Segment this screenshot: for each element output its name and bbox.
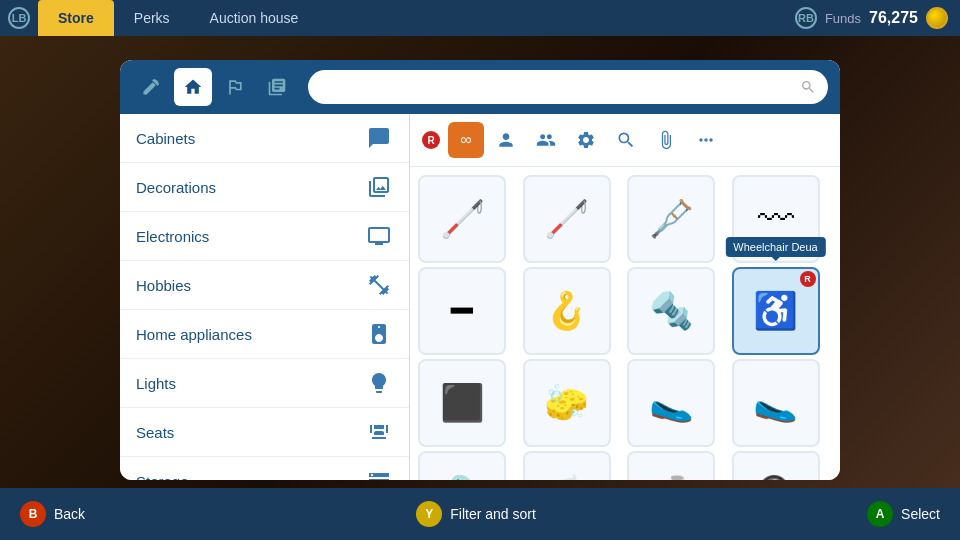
- grid-item-ramp[interactable]: ⬛: [418, 359, 506, 447]
- filter-sort-label: Filter and sort: [450, 506, 536, 522]
- decorations-label: Decorations: [136, 179, 216, 196]
- item-image: 🥿: [753, 382, 798, 424]
- grid-item-wheelchair[interactable]: Wheelchair DeuaR♿: [732, 267, 820, 355]
- home-appliances-icon: [365, 320, 393, 348]
- sidebar-item-storage[interactable]: Storage: [120, 457, 409, 480]
- bottom-bar: B Back Y Filter and sort A Select: [0, 488, 960, 540]
- tab-hammer[interactable]: [132, 68, 170, 106]
- nav-tabs: Store Perks Auction house: [38, 0, 787, 36]
- item-image: 🪝: [544, 290, 589, 332]
- sidebar-item-home-appliances[interactable]: Home appliances: [120, 310, 409, 359]
- decorations-icon: [365, 173, 393, 201]
- electronics-icon: [365, 222, 393, 250]
- search-bar[interactable]: [308, 70, 828, 104]
- sidebar-item-hobbies[interactable]: Hobbies: [120, 261, 409, 310]
- lb-badge: LB: [8, 7, 30, 29]
- filter-btn-settings1[interactable]: [568, 122, 604, 158]
- lights-icon: [365, 369, 393, 397]
- main-panel: Cabinets Decorations Electronics Hobbies: [120, 60, 840, 480]
- storage-label: Storage: [136, 473, 189, 481]
- filter-btn-clip[interactable]: [648, 122, 684, 158]
- grid-item-sponge[interactable]: 🧽: [523, 359, 611, 447]
- back-label: Back: [54, 506, 85, 522]
- item-image: ☕: [544, 474, 589, 480]
- search-icon: [800, 79, 816, 95]
- item-image: ♿: [753, 290, 798, 332]
- item-image: 🦯: [440, 198, 485, 240]
- grid-item-crutch-single[interactable]: 🦯: [418, 175, 506, 263]
- r-corner-badge: R: [800, 271, 816, 287]
- item-image: 🔩: [649, 290, 694, 332]
- filter-sort-button[interactable]: Y Filter and sort: [416, 501, 536, 527]
- seats-label: Seats: [136, 424, 174, 441]
- nav-tab-store[interactable]: Store: [38, 0, 114, 36]
- tab-catalog[interactable]: [258, 68, 296, 106]
- select-label: Select: [901, 506, 940, 522]
- grid-item-cane[interactable]: 🦯: [523, 175, 611, 263]
- back-button[interactable]: B Back: [20, 501, 85, 527]
- grid-item-s-hook[interactable]: 🪝: [523, 267, 611, 355]
- hobbies-label: Hobbies: [136, 277, 191, 294]
- select-button[interactable]: A Select: [867, 501, 940, 527]
- sidebar-item-seats[interactable]: Seats: [120, 408, 409, 457]
- grid-item-wall-bar[interactable]: 🔩: [627, 267, 715, 355]
- funds-label: Funds: [825, 11, 861, 26]
- filter-btn-wrench[interactable]: [608, 122, 644, 158]
- filter-btn-more[interactable]: [688, 122, 724, 158]
- nav-right: Funds 76,275: [825, 7, 948, 29]
- home-appliances-label: Home appliances: [136, 326, 252, 343]
- grid-item-grab-bar[interactable]: ━: [418, 267, 506, 355]
- cabinets-label: Cabinets: [136, 130, 195, 147]
- item-image: ⬛: [440, 382, 485, 424]
- grid-item-slipper2[interactable]: 🥿: [732, 359, 820, 447]
- grid-item-bottle[interactable]: 🍶: [627, 451, 715, 480]
- filter-btn-all[interactable]: ∞: [448, 122, 484, 158]
- b-badge: B: [20, 501, 46, 527]
- filter-bar: R ∞: [410, 114, 840, 167]
- coin-icon: [926, 7, 948, 29]
- panel-body: Cabinets Decorations Electronics Hobbies: [120, 114, 840, 480]
- lights-label: Lights: [136, 375, 176, 392]
- rb-badge: RB: [795, 7, 817, 29]
- funds-amount: 76,275: [869, 9, 918, 27]
- sidebar-item-cabinets[interactable]: Cabinets: [120, 114, 409, 163]
- grid-item-slipper3[interactable]: 🩴: [418, 451, 506, 480]
- storage-icon: [365, 467, 393, 480]
- item-image: 🍶: [649, 474, 694, 480]
- item-image: 🧽: [544, 382, 589, 424]
- tab-interior[interactable]: [174, 68, 212, 106]
- grid-item-hook-bar[interactable]: 〰: [732, 175, 820, 263]
- y-badge: Y: [416, 501, 442, 527]
- item-image: 🩴: [440, 474, 485, 480]
- filter-btn-person[interactable]: [488, 122, 524, 158]
- item-image: 🦯: [544, 198, 589, 240]
- grid-item-pan[interactable]: 🍳: [732, 451, 820, 480]
- item-grid: 🦯🦯🩼〰━🪝🔩Wheelchair DeuaR♿⬛🧽🥿🥿🩴☕🍶🍳🧈🧴🍎⚖: [410, 167, 840, 480]
- grid-item-slipper1[interactable]: 🥿: [627, 359, 715, 447]
- cabinets-icon: [365, 124, 393, 152]
- item-image: ━: [451, 290, 473, 332]
- content-area: R ∞: [410, 114, 840, 480]
- nav-tab-auction[interactable]: Auction house: [190, 0, 319, 36]
- grid-item-coffee-bag[interactable]: ☕: [523, 451, 611, 480]
- item-image: 🍳: [753, 474, 798, 480]
- nav-tab-perks[interactable]: Perks: [114, 0, 190, 36]
- seats-icon: [365, 418, 393, 446]
- category-sidebar: Cabinets Decorations Electronics Hobbies: [120, 114, 410, 480]
- item-image: 〰: [758, 198, 794, 240]
- electronics-label: Electronics: [136, 228, 209, 245]
- top-navigation: LB Store Perks Auction house RB Funds 76…: [0, 0, 960, 36]
- r-badge: R: [422, 131, 440, 149]
- filter-btn-group[interactable]: [528, 122, 564, 158]
- grid-item-crutches[interactable]: 🩼: [627, 175, 715, 263]
- sidebar-item-electronics[interactable]: Electronics: [120, 212, 409, 261]
- tab-exterior[interactable]: [216, 68, 254, 106]
- panel-header: [120, 60, 840, 114]
- search-input[interactable]: [320, 79, 792, 95]
- hobbies-icon: [365, 271, 393, 299]
- sidebar-item-lights[interactable]: Lights: [120, 359, 409, 408]
- a-badge: A: [867, 501, 893, 527]
- sidebar-item-decorations[interactable]: Decorations: [120, 163, 409, 212]
- item-image: 🥿: [649, 382, 694, 424]
- item-image: 🩼: [649, 198, 694, 240]
